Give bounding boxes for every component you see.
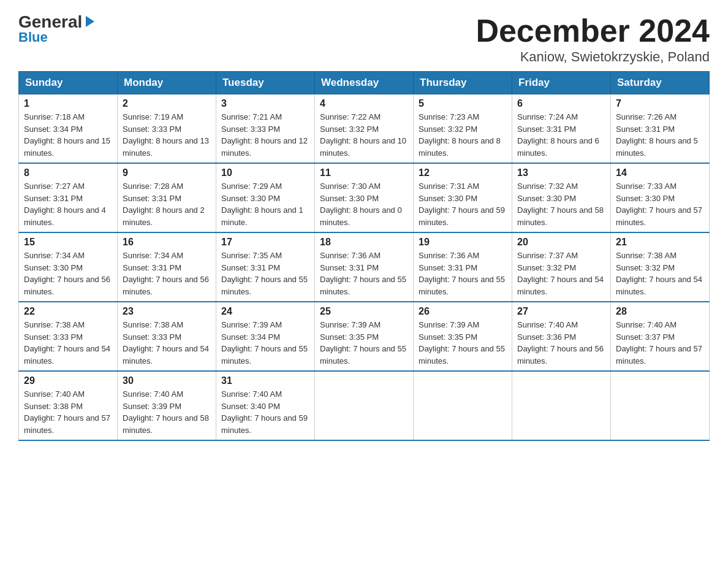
day-info: Sunrise: 7:19 AMSunset: 3:33 PMDaylight:… xyxy=(123,112,209,158)
day-info: Sunrise: 7:21 AMSunset: 3:33 PMDaylight:… xyxy=(221,112,308,158)
calendar-week-row: 22 Sunrise: 7:38 AMSunset: 3:33 PMDaylig… xyxy=(19,302,710,371)
calendar-cell: 12 Sunrise: 7:31 AMSunset: 3:30 PMDaylig… xyxy=(414,163,512,232)
day-info: Sunrise: 7:37 AMSunset: 3:32 PMDaylight:… xyxy=(517,251,604,296)
logo-blue: Blue xyxy=(18,29,48,45)
day-number: 15 xyxy=(24,237,112,248)
day-info: Sunrise: 7:18 AMSunset: 3:34 PMDaylight:… xyxy=(24,112,110,158)
day-number: 9 xyxy=(123,167,211,178)
calendar-week-row: 1 Sunrise: 7:18 AMSunset: 3:34 PMDayligh… xyxy=(19,94,710,164)
calendar-cell: 15 Sunrise: 7:34 AMSunset: 3:30 PMDaylig… xyxy=(19,232,118,302)
day-number: 29 xyxy=(24,375,112,386)
calendar-cell: 26 Sunrise: 7:39 AMSunset: 3:35 PMDaylig… xyxy=(414,302,512,371)
day-info: Sunrise: 7:38 AMSunset: 3:32 PMDaylight:… xyxy=(616,251,702,296)
calendar-cell: 20 Sunrise: 7:37 AMSunset: 3:32 PMDaylig… xyxy=(512,232,611,302)
calendar-cell: 7 Sunrise: 7:26 AMSunset: 3:31 PMDayligh… xyxy=(611,94,710,164)
day-info: Sunrise: 7:29 AMSunset: 3:30 PMDaylight:… xyxy=(221,182,303,227)
calendar-cell: 11 Sunrise: 7:30 AMSunset: 3:30 PMDaylig… xyxy=(315,163,414,232)
page-header: General Blue December 2024 Kaniow, Swiet… xyxy=(18,12,710,65)
day-info: Sunrise: 7:31 AMSunset: 3:30 PMDaylight:… xyxy=(419,182,505,227)
day-info: Sunrise: 7:40 AMSunset: 3:37 PMDaylight:… xyxy=(616,320,702,366)
col-header-wednesday: Wednesday xyxy=(315,72,414,94)
calendar-cell: 31 Sunrise: 7:40 AMSunset: 3:40 PMDaylig… xyxy=(216,371,315,440)
col-header-friday: Friday xyxy=(512,72,611,94)
day-number: 11 xyxy=(320,167,408,178)
calendar-cell: 1 Sunrise: 7:18 AMSunset: 3:34 PMDayligh… xyxy=(19,94,118,164)
day-info: Sunrise: 7:36 AMSunset: 3:31 PMDaylight:… xyxy=(419,251,505,296)
day-info: Sunrise: 7:39 AMSunset: 3:34 PMDaylight:… xyxy=(221,320,308,366)
day-info: Sunrise: 7:38 AMSunset: 3:33 PMDaylight:… xyxy=(24,320,110,366)
col-header-saturday: Saturday xyxy=(611,72,710,94)
calendar-week-row: 15 Sunrise: 7:34 AMSunset: 3:30 PMDaylig… xyxy=(19,232,710,302)
location: Kaniow, Swietokrzyskie, Poland xyxy=(476,49,710,65)
day-info: Sunrise: 7:36 AMSunset: 3:31 PMDaylight:… xyxy=(320,251,406,296)
day-number: 22 xyxy=(24,306,112,317)
day-number: 6 xyxy=(517,98,605,109)
day-number: 27 xyxy=(517,306,605,317)
calendar-week-row: 8 Sunrise: 7:27 AMSunset: 3:31 PMDayligh… xyxy=(19,163,710,232)
day-number: 16 xyxy=(123,237,211,248)
day-number: 18 xyxy=(320,237,408,248)
calendar-cell: 24 Sunrise: 7:39 AMSunset: 3:34 PMDaylig… xyxy=(216,302,315,371)
day-info: Sunrise: 7:34 AMSunset: 3:31 PMDaylight:… xyxy=(123,251,209,296)
calendar-cell: 13 Sunrise: 7:32 AMSunset: 3:30 PMDaylig… xyxy=(512,163,611,232)
day-number: 14 xyxy=(616,167,704,178)
day-info: Sunrise: 7:32 AMSunset: 3:30 PMDaylight:… xyxy=(517,182,604,227)
calendar-week-row: 29 Sunrise: 7:40 AMSunset: 3:38 PMDaylig… xyxy=(19,371,710,440)
day-info: Sunrise: 7:34 AMSunset: 3:30 PMDaylight:… xyxy=(24,251,110,296)
logo: General Blue xyxy=(18,12,97,45)
col-header-thursday: Thursday xyxy=(414,72,512,94)
calendar-cell: 27 Sunrise: 7:40 AMSunset: 3:36 PMDaylig… xyxy=(512,302,611,371)
day-number: 7 xyxy=(616,98,704,109)
calendar-cell: 25 Sunrise: 7:39 AMSunset: 3:35 PMDaylig… xyxy=(315,302,414,371)
day-info: Sunrise: 7:28 AMSunset: 3:31 PMDaylight:… xyxy=(123,182,205,227)
calendar-table: SundayMondayTuesdayWednesdayThursdayFrid… xyxy=(18,71,710,441)
title-block: December 2024 Kaniow, Swietokrzyskie, Po… xyxy=(476,12,710,65)
day-info: Sunrise: 7:39 AMSunset: 3:35 PMDaylight:… xyxy=(320,320,406,366)
day-number: 28 xyxy=(616,306,704,317)
calendar-cell: 29 Sunrise: 7:40 AMSunset: 3:38 PMDaylig… xyxy=(19,371,118,440)
calendar-cell xyxy=(315,371,414,440)
calendar-cell: 6 Sunrise: 7:24 AMSunset: 3:31 PMDayligh… xyxy=(512,94,611,164)
day-number: 10 xyxy=(221,167,309,178)
calendar-cell: 18 Sunrise: 7:36 AMSunset: 3:31 PMDaylig… xyxy=(315,232,414,302)
day-info: Sunrise: 7:24 AMSunset: 3:31 PMDaylight:… xyxy=(517,112,599,158)
day-info: Sunrise: 7:38 AMSunset: 3:33 PMDaylight:… xyxy=(123,320,209,366)
calendar-cell: 17 Sunrise: 7:35 AMSunset: 3:31 PMDaylig… xyxy=(216,232,315,302)
calendar-cell xyxy=(414,371,512,440)
day-info: Sunrise: 7:40 AMSunset: 3:40 PMDaylight:… xyxy=(221,389,308,435)
calendar-header-row: SundayMondayTuesdayWednesdayThursdayFrid… xyxy=(19,72,710,94)
day-info: Sunrise: 7:35 AMSunset: 3:31 PMDaylight:… xyxy=(221,251,308,296)
day-number: 24 xyxy=(221,306,309,317)
day-number: 5 xyxy=(419,98,507,109)
day-number: 1 xyxy=(24,98,112,109)
day-number: 8 xyxy=(24,167,112,178)
day-info: Sunrise: 7:30 AMSunset: 3:30 PMDaylight:… xyxy=(320,182,402,227)
day-info: Sunrise: 7:23 AMSunset: 3:32 PMDaylight:… xyxy=(419,112,501,158)
month-title: December 2024 xyxy=(476,12,710,49)
day-number: 23 xyxy=(123,306,211,317)
col-header-sunday: Sunday xyxy=(19,72,118,94)
calendar-cell: 14 Sunrise: 7:33 AMSunset: 3:30 PMDaylig… xyxy=(611,163,710,232)
logo-icon xyxy=(83,15,97,28)
day-info: Sunrise: 7:39 AMSunset: 3:35 PMDaylight:… xyxy=(419,320,505,366)
calendar-cell: 22 Sunrise: 7:38 AMSunset: 3:33 PMDaylig… xyxy=(19,302,118,371)
day-info: Sunrise: 7:33 AMSunset: 3:30 PMDaylight:… xyxy=(616,182,702,227)
day-number: 21 xyxy=(616,237,704,248)
svg-marker-0 xyxy=(86,16,94,27)
day-info: Sunrise: 7:40 AMSunset: 3:36 PMDaylight:… xyxy=(517,320,604,366)
col-header-monday: Monday xyxy=(118,72,216,94)
calendar-cell: 9 Sunrise: 7:28 AMSunset: 3:31 PMDayligh… xyxy=(118,163,216,232)
calendar-cell: 30 Sunrise: 7:40 AMSunset: 3:39 PMDaylig… xyxy=(118,371,216,440)
day-number: 19 xyxy=(419,237,507,248)
day-number: 3 xyxy=(221,98,309,109)
calendar-cell: 3 Sunrise: 7:21 AMSunset: 3:33 PMDayligh… xyxy=(216,94,315,164)
calendar-cell: 5 Sunrise: 7:23 AMSunset: 3:32 PMDayligh… xyxy=(414,94,512,164)
day-number: 4 xyxy=(320,98,408,109)
calendar-cell: 28 Sunrise: 7:40 AMSunset: 3:37 PMDaylig… xyxy=(611,302,710,371)
day-info: Sunrise: 7:27 AMSunset: 3:31 PMDaylight:… xyxy=(24,182,106,227)
calendar-cell: 21 Sunrise: 7:38 AMSunset: 3:32 PMDaylig… xyxy=(611,232,710,302)
day-info: Sunrise: 7:26 AMSunset: 3:31 PMDaylight:… xyxy=(616,112,698,158)
day-info: Sunrise: 7:40 AMSunset: 3:38 PMDaylight:… xyxy=(24,389,110,435)
col-header-tuesday: Tuesday xyxy=(216,72,315,94)
calendar-cell: 10 Sunrise: 7:29 AMSunset: 3:30 PMDaylig… xyxy=(216,163,315,232)
